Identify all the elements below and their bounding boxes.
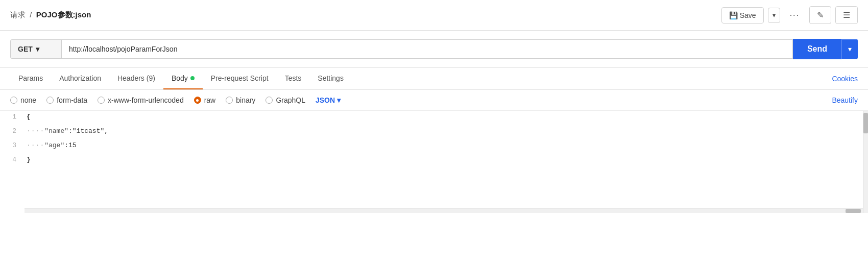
scrollbar-thumb-h: [846, 209, 861, 213]
tab-prerequest-label: Pre-request Script: [211, 74, 269, 82]
url-input[interactable]: [61, 39, 793, 59]
format-label: JSON: [316, 96, 335, 104]
code-line-2: 2 ····"name":"itcast",: [0, 125, 868, 140]
code-editor[interactable]: 1 { 2 ····"name":"itcast", 3 ····"age":1…: [0, 111, 868, 213]
comment-button[interactable]: ☰: [835, 6, 858, 24]
tab-body-label: Body: [172, 74, 188, 82]
header-actions: 💾 Save ▾ ··· ✎ ☰: [721, 6, 858, 24]
tab-params-label: Params: [18, 74, 43, 82]
method-label: GET: [18, 45, 33, 53]
tab-body[interactable]: Body: [163, 68, 203, 89]
option-none-label: none: [20, 96, 36, 104]
tab-headers-label: Headers (9): [117, 74, 155, 82]
tab-authorization-label: Authorization: [59, 74, 101, 82]
radio-form-data: [46, 97, 54, 104]
line-content-1: {: [25, 111, 868, 123]
chevron-down-icon: ▾: [773, 12, 776, 19]
scrollbar-thumb-v: [863, 113, 868, 133]
option-urlencoded[interactable]: x-www-form-urlencoded: [98, 96, 184, 104]
tab-settings[interactable]: Settings: [309, 68, 352, 89]
radio-raw: [194, 97, 201, 104]
cookies-label: Cookies: [832, 75, 858, 83]
code-line-3: 3 ····"age":15: [0, 140, 868, 154]
option-binary[interactable]: binary: [226, 96, 255, 104]
option-binary-label: binary: [236, 96, 255, 104]
horizontal-scrollbar[interactable]: [25, 208, 863, 213]
tab-settings-label: Settings: [318, 74, 344, 82]
edit-icon: ✎: [817, 11, 824, 19]
tab-tests[interactable]: Tests: [277, 68, 310, 89]
option-form-data-label: form-data: [57, 96, 87, 104]
line-num-1: 1: [0, 111, 25, 121]
option-graphql-label: GraphQL: [276, 96, 305, 104]
option-raw[interactable]: raw: [194, 96, 216, 104]
radio-none: [10, 97, 17, 104]
tab-prerequest[interactable]: Pre-request Script: [203, 68, 277, 89]
beautify-button[interactable]: Beautify: [832, 96, 858, 104]
save-icon: 💾: [729, 11, 738, 19]
vertical-scrollbar[interactable]: [863, 111, 868, 213]
tab-params[interactable]: Params: [10, 68, 51, 89]
beautify-label: Beautify: [832, 96, 858, 104]
edit-button[interactable]: ✎: [809, 6, 831, 24]
save-label: Save: [740, 11, 756, 19]
line-num-4: 4: [0, 154, 25, 164]
tab-authorization[interactable]: Authorization: [51, 68, 109, 89]
method-select[interactable]: GET ▾: [10, 39, 61, 59]
format-chevron-icon: ▾: [337, 96, 341, 104]
save-button[interactable]: 💾 Save: [721, 7, 764, 24]
line-num-2: 2: [0, 125, 25, 135]
line-content-3: ····"age":15: [25, 140, 868, 151]
send-main-button[interactable]: Send: [793, 39, 842, 59]
comment-icon: ☰: [843, 11, 850, 19]
breadcrumb-separator: /: [30, 10, 32, 19]
tab-tests-label: Tests: [285, 74, 302, 82]
body-active-dot: [190, 76, 195, 80]
option-none[interactable]: none: [10, 96, 36, 104]
code-lines: 1 { 2 ····"name":"itcast", 3 ····"age":1…: [0, 111, 868, 168]
cookies-button[interactable]: Cookies: [832, 68, 858, 89]
more-icon: ···: [790, 11, 800, 19]
breadcrumb: 请求 / POJO参数:json: [10, 10, 91, 20]
code-line-4: 4 }: [0, 154, 868, 168]
option-form-data[interactable]: form-data: [46, 96, 87, 104]
line-num-3: 3: [0, 140, 25, 149]
send-chevron-icon: ▾: [848, 45, 852, 53]
line-content-2: ····"name":"itcast",: [25, 125, 868, 137]
radio-binary: [226, 97, 233, 104]
line-content-4: }: [25, 154, 868, 166]
tab-headers[interactable]: Headers (9): [109, 68, 163, 89]
page-title: POJO参数:json: [36, 10, 91, 19]
body-options-bar: none form-data x-www-form-urlencoded raw…: [0, 90, 868, 111]
more-button[interactable]: ···: [784, 7, 805, 24]
option-graphql[interactable]: GraphQL: [266, 96, 305, 104]
breadcrumb-prefix: 请求: [10, 10, 26, 19]
send-chevron-button[interactable]: ▾: [842, 39, 858, 59]
option-urlencoded-label: x-www-form-urlencoded: [108, 96, 184, 104]
save-chevron-button[interactable]: ▾: [768, 8, 780, 23]
option-raw-label: raw: [204, 96, 216, 104]
url-bar: GET ▾ Send ▾: [0, 31, 868, 68]
code-line-1: 1 {: [0, 111, 868, 125]
send-label: Send: [807, 44, 827, 53]
format-select[interactable]: JSON ▾: [316, 96, 341, 104]
radio-graphql: [266, 97, 273, 104]
radio-urlencoded: [98, 97, 105, 104]
tabs-bar: Params Authorization Headers (9) Body Pr…: [0, 68, 868, 90]
header-bar: 请求 / POJO参数:json 💾 Save ▾ ··· ✎ ☰: [0, 0, 868, 31]
method-chevron-icon: ▾: [36, 45, 39, 53]
send-button-group: Send ▾: [793, 39, 858, 59]
